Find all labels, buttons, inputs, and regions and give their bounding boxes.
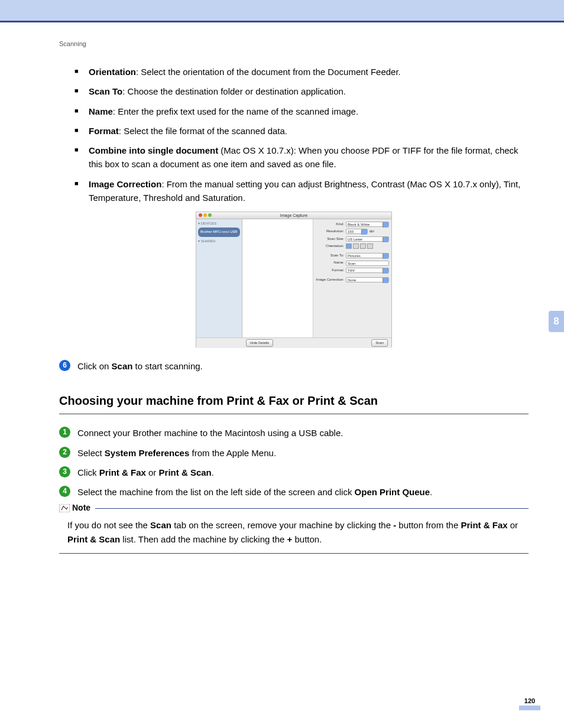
desc: : Choose the destination folder or desti… [122,86,346,96]
step-number-icon: 4 [59,486,70,497]
term: Orientation [89,67,136,77]
page-number-bar [519,706,540,710]
step-number-icon: 6 [59,360,70,371]
preview-area [242,219,313,337]
page-header: Scanning [0,22,564,47]
scanto-select[interactable]: Pictures [346,253,389,258]
bullet-name: Name: Enter the prefix text used for the… [80,105,529,118]
page-number-text: 120 [519,697,540,704]
scanto-value: Pictures [348,254,361,258]
note-text: tab on the screen, remove your machine b… [171,520,393,530]
dpi-label: dpi [369,229,374,234]
step-text: Select [77,448,105,458]
top-bar [0,0,564,22]
correction-value: None [348,278,356,282]
page-number: 120 [519,697,540,710]
chevron-down-icon [361,229,367,235]
step-number-icon: 3 [59,466,70,477]
chevron-down-icon [383,222,388,228]
scansize-label: Scan Size: [316,236,344,242]
step-text: Connect your Brother machine to the Maci… [77,426,529,440]
orient-btn[interactable] [346,243,352,249]
term: Format [89,126,119,136]
devices-label: ▾ DEVICES [198,221,240,226]
term: Scan To [89,86,122,96]
format-select[interactable]: TIFF [346,268,389,273]
printfax-label: Print & Fax [461,520,507,530]
note-icon [59,504,70,512]
chevron-down-icon [383,268,388,274]
section-heading: Choosing your machine from Print & Fax o… [59,392,529,414]
note-text: list. Then add the machine by clicking t… [120,534,287,544]
note-body: If you do not see the Scan tab on the sc… [59,514,529,546]
term: Combine into single document [89,145,218,155]
bottom-bar: Hide Details Scan [196,337,391,348]
kind-label: Kind: [316,222,344,227]
scansize-value: US Letter [348,238,362,241]
orient-btn[interactable] [360,243,366,249]
note-text: button. [292,534,322,544]
sidebar: ▾ DEVICES Brother MFC-xxxx USB ▾ SHARED [196,219,242,337]
svg-rect-0 [59,504,70,512]
step-2: 2 Select System Preferences from the App… [59,446,529,460]
name-input[interactable]: Scan [346,261,389,266]
openqueue-label: Open Print Queue [355,487,430,497]
syspref-label: System Preferences [105,448,189,458]
scanto-label: Scan To: [316,253,344,258]
step-text: from the Apple Menu. [189,448,276,458]
close-icon[interactable] [199,213,202,217]
kind-select[interactable]: Black & White [346,222,389,227]
chapter-tab: 8 [549,311,564,332]
kind-value: Black & White [348,223,369,226]
note-box: Note If you do not see the Scan tab on t… [59,508,529,554]
chevron-down-icon [383,254,388,259]
step-text: Click [77,467,99,477]
printfax-label: Print & Fax [99,467,146,477]
scan-tab-label: Scan [150,520,171,530]
step-1: 1 Connect your Brother machine to the Ma… [59,426,529,440]
step-text: Select the machine from the list on the … [77,487,355,497]
printscan-label: Print & Scan [159,467,212,477]
screenshot-image-capture: Image Capture ▾ DEVICES Brother MFC-xxxx… [196,212,392,347]
step-3: 3 Click Print & Fax or Print & Scan. [59,466,529,479]
note-label: Note [72,502,90,515]
zoom-icon[interactable] [208,213,212,217]
orient-btn[interactable] [367,243,373,249]
name-value: Scan [348,262,356,265]
step-4: 4 Select the machine from the list on th… [59,485,529,499]
term: Name [89,106,113,116]
orientation-label: Orientation: [316,243,344,249]
resolution-select[interactable]: 150 [346,229,368,234]
content: Orientation: Select the orientation of t… [0,47,564,554]
hide-details-button[interactable]: Hide Details [246,339,273,347]
orientation-buttons[interactable] [346,243,373,249]
traffic-lights [199,213,212,217]
resolution-value: 150 [348,230,354,233]
correction-label: Image Correction: [316,277,344,282]
bullet-format: Format: Select the file format of the sc… [80,124,529,138]
note-text: or [508,520,518,530]
resolution-label: Resolution: [316,229,344,234]
minimize-icon[interactable] [203,213,207,217]
window-title: Image Capture [280,213,307,217]
name-label: Name: [316,260,344,265]
device-item[interactable]: Brother MFC-xxxx USB [198,228,240,236]
term: Image Correction [89,179,161,189]
scan-label: Scan [112,361,133,371]
bullet-orientation: Orientation: Select the orientation of t… [80,65,529,79]
bullet-list: Orientation: Select the orientation of t… [59,65,529,204]
step-text: . [212,467,214,477]
bullet-correction: Image Correction: From the manual settin… [80,177,529,205]
orient-btn[interactable] [353,243,359,249]
note-text: button from the [396,520,461,530]
shared-label: ▾ SHARED [198,239,240,244]
bullet-scanto: Scan To: Choose the destination folder o… [80,84,529,98]
format-value: TIFF [348,269,355,272]
scansize-select[interactable]: US Letter [346,236,389,242]
step-text: . [430,487,432,497]
note-title: Note [59,502,95,515]
step-text: to start scanning. [132,361,202,371]
note-text: If you do not see the [67,520,150,530]
scan-button[interactable]: Scan [371,339,388,347]
correction-select[interactable]: None [346,277,389,282]
